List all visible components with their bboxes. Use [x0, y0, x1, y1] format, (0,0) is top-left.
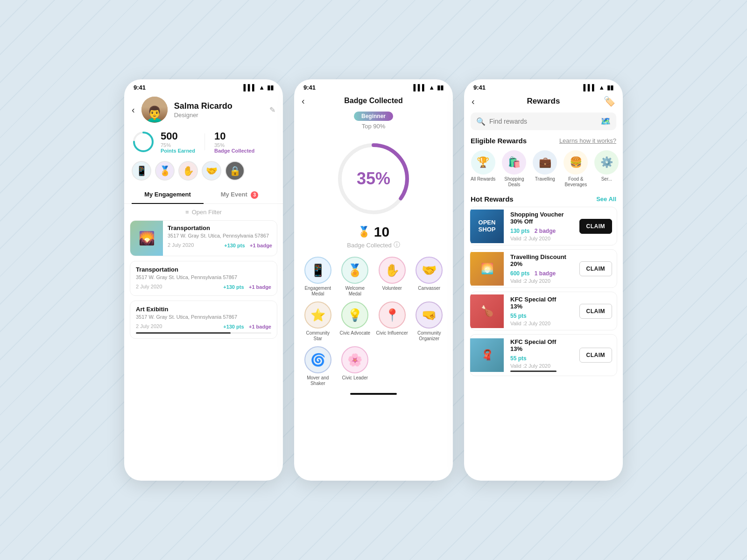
shopping-label: Shopping Deals — [501, 176, 527, 188]
reward-image-2: 🌅 — [470, 252, 504, 286]
badge-cell-civic-influencer[interactable]: 📍 Civic Influencer — [376, 301, 409, 342]
tab-event[interactable]: My Event 3 — [204, 186, 275, 203]
food-label: Food & Beverages — [563, 176, 589, 188]
progress-circle-big: 35% — [294, 135, 453, 220]
eligible-rewards-header: Eligible Rewards Learns how it works? — [464, 135, 623, 148]
badge-preview-1[interactable]: 📱 — [132, 161, 151, 181]
reward-card-2[interactable]: 🌅 Travelling Discount 20% 600 pts 1 badg… — [470, 249, 617, 288]
back-button-1[interactable]: ‹ — [132, 105, 135, 114]
category-all-rewards[interactable]: 🏆 All Rewards — [471, 150, 495, 188]
badges-label: Badge Collected — [214, 148, 254, 154]
filter-icon: ≡ — [185, 209, 189, 216]
claim-button-4[interactable]: CLAIM — [579, 348, 613, 363]
engagement-card-3[interactable]: Art Exibitin 3517 W. Gray St. Utica, Pen… — [130, 301, 277, 339]
reward-pts-2: 600 pts — [510, 270, 529, 277]
signal-icon-3: ▌▌▌ — [583, 84, 596, 91]
badge-mover-shaker: 🌀 — [304, 346, 331, 373]
battery-icon-2: ▮▮ — [437, 84, 444, 91]
hot-rewards-header: Hot Rewards See All — [464, 193, 623, 207]
badge-cell-community-star[interactable]: ⭐ Community Star — [302, 301, 334, 342]
see-all-link[interactable]: See All — [596, 196, 616, 203]
badge-count-icon: 🏅 — [358, 226, 370, 238]
badge-cell-civic-leader[interactable]: 🌸 Civic Leader — [339, 346, 372, 386]
reward-card-1[interactable]: OPENSHOP Shopping Voucher 30% Off 130 pt… — [470, 207, 617, 245]
category-shopping[interactable]: 🛍️ Shopping Deals — [501, 150, 527, 188]
reward-info-3: KFC Special Off 13% 55 pts Valid :2 July… — [508, 292, 570, 330]
reward-card-4[interactable]: 🧣 KFC Special Off 13% 55 pts Valid :2 Ju… — [470, 334, 617, 376]
reward-valid-2: Valid :2 July 2020 — [510, 278, 568, 284]
badge-preview-5[interactable]: 🔒 — [225, 161, 245, 181]
badge-cell-engagement-medal[interactable]: 📱 Engagement Medal — [302, 257, 334, 297]
badge-community-star: ⭐ — [304, 301, 331, 329]
badge-preview-3[interactable]: ✋ — [178, 161, 198, 181]
info-icon: ⓘ — [394, 241, 400, 249]
status-bar-1: 9:41 ▌▌▌ ▲ ▮▮ — [124, 79, 283, 93]
badges-grid: 📱 Engagement Medal 🏅 Welcome Medal ✋ Vol… — [294, 254, 453, 389]
category-services[interactable]: ⚙️ Ser... — [594, 150, 619, 188]
points-label: Points Earned — [161, 148, 195, 154]
reward-card-3[interactable]: 🍗 KFC Special Off 13% 55 pts Valid :2 Ju… — [470, 292, 617, 330]
badges-header: ‹ Badge Collected — [294, 93, 453, 109]
badge-civic-influencer: 📍 — [379, 301, 406, 329]
status-bar-2: 9:41 ▌▌▌ ▲ ▮▮ — [294, 79, 453, 93]
badge-cell-mover-shaker[interactable]: 🌀 Mover and Shaker — [302, 346, 334, 386]
edit-icon[interactable]: ✎ — [269, 105, 275, 114]
badge-cell-civic-advocate[interactable]: 💡 Civic Advocate — [339, 301, 372, 342]
back-button-2[interactable]: ‹ — [302, 96, 305, 106]
reward-badge-1: 2 badge — [535, 228, 556, 234]
phone-rewards: 9:41 ▌▌▌ ▲ ▮▮ ‹ Rewards 🏷️ 🔍 🗺️ Eligible… — [464, 79, 623, 481]
search-input[interactable] — [489, 118, 597, 125]
reward-badge-2: 1 badge — [535, 270, 556, 277]
travelling-label: Travelling — [535, 176, 555, 182]
badge-preview-4[interactable]: 🤝 — [202, 161, 221, 181]
category-food[interactable]: 🍔 Food & Beverages — [563, 150, 589, 188]
engagement-date-3: 2 July 2020 — [136, 323, 162, 329]
stat-divider — [204, 133, 205, 150]
reward-pts-3: 55 pts — [510, 313, 527, 319]
circle-center: 35% — [357, 169, 390, 189]
reward-pts-1: 130 pts — [510, 228, 529, 234]
reward-pts-row-3: 55 pts — [510, 311, 568, 320]
user-role: Designer — [174, 112, 263, 119]
status-icons-3: ▌▌▌ ▲ ▮▮ — [583, 84, 613, 91]
engagement-info-1: Transportation 3517 W. Gray St. Utica, P… — [163, 221, 277, 256]
badge-cell-community-organizer[interactable]: 🤜 Community Organizer — [413, 301, 446, 342]
how-it-works-link[interactable]: Learns how it works? — [559, 137, 616, 144]
badge-cell-volunteer[interactable]: ✋ Volunteer — [376, 257, 409, 297]
badges-stat: 10 35% Badge Collected — [214, 130, 254, 154]
claim-button-2[interactable]: CLAIM — [579, 261, 613, 276]
back-button-3[interactable]: ‹ — [472, 96, 475, 107]
reward-title-2: Travelling Discount 20% — [510, 253, 568, 267]
food-icon: 🍔 — [564, 150, 588, 175]
badge-volunteer: ✋ — [379, 257, 406, 284]
engagement-list: 🌄 Transportation 3517 W. Gray St. Utica,… — [124, 220, 283, 339]
engagement-addr-2: 3517 W. Gray St. Utica, Pennsylvania 578… — [136, 274, 271, 280]
discount-icon[interactable]: 🏷️ — [604, 96, 615, 107]
claim-button-3[interactable]: CLAIM — [579, 304, 613, 319]
status-icons-1: ▌▌▌ ▲ ▮▮ — [243, 84, 274, 91]
level-sub: Top 90% — [362, 123, 386, 130]
category-travelling[interactable]: 💼 Travelling — [533, 150, 557, 188]
status-icons-2: ▌▌▌ ▲ ▮▮ — [413, 84, 444, 91]
badge-cell-welcome-medal[interactable]: 🏅 Welcome Medal — [339, 257, 372, 297]
map-icon[interactable]: 🗺️ — [600, 116, 611, 126]
claim-button-1[interactable]: CLAIM — [579, 219, 613, 234]
engagement-points-1: +130 pts +1 badge — [224, 241, 272, 249]
reward-pts-row-2: 600 pts 1 badge — [510, 269, 568, 277]
badge-cell-canvasser[interactable]: 🤝 Canvasser — [413, 257, 446, 297]
time-1: 9:41 — [134, 84, 146, 91]
badge-count-row: 🏅 10 — [294, 220, 453, 241]
badge-collected-label: Badge Collected ⓘ — [294, 241, 453, 254]
filter-row[interactable]: ≡ Open Filter — [124, 204, 283, 220]
services-icon: ⚙️ — [594, 150, 619, 175]
points-stat: 500 75% Points Earned — [161, 130, 195, 154]
reward-progress-4 — [510, 371, 557, 372]
tab-engagement[interactable]: My Engagement — [132, 186, 204, 203]
engagement-addr-1: 3517 W. Gray St. Utica, Pennsylvania 578… — [168, 232, 272, 239]
home-indicator-2 — [350, 393, 397, 395]
engagement-card-1[interactable]: 🌄 Transportation 3517 W. Gray St. Utica,… — [130, 220, 277, 256]
badge-preview-2[interactable]: 🏅 — [155, 161, 175, 181]
points-value: 500 — [161, 130, 195, 142]
phone-badges: 9:41 ▌▌▌ ▲ ▮▮ ‹ Badge Collected Beginner… — [294, 79, 453, 481]
engagement-card-2[interactable]: Transportation 3517 W. Gray St. Utica, P… — [130, 261, 277, 296]
